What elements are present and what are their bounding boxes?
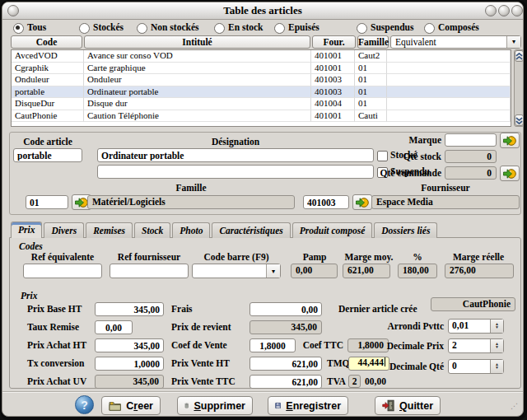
enregistrer-label: Enregistrer bbox=[286, 400, 341, 412]
radio-tous-label: Tous bbox=[27, 22, 46, 32]
prix-vente-ttc-label: Prix Vente TTC bbox=[171, 376, 236, 386]
tab-dossiers-lies[interactable]: Dossiers liés bbox=[374, 222, 437, 238]
tab-photo[interactable]: Photo bbox=[172, 222, 210, 238]
cell-famille: Caut2 bbox=[355, 50, 387, 63]
quitter-label: Quitter bbox=[399, 400, 433, 412]
radio-en-stock[interactable] bbox=[214, 23, 225, 34]
radio-stockes[interactable] bbox=[79, 23, 90, 34]
creer-label: Creer bbox=[126, 400, 153, 412]
designation-label: Désignation bbox=[97, 137, 374, 147]
tab-stock[interactable]: Stock bbox=[134, 222, 170, 238]
column-header-four[interactable]: Four. bbox=[312, 35, 356, 49]
lookup-icon bbox=[356, 197, 369, 208]
maximize-button[interactable] bbox=[498, 5, 510, 16]
tva-code-box[interactable]: 2 bbox=[348, 375, 361, 388]
fournisseur-code-input[interactable] bbox=[303, 195, 349, 209]
column-header-famille[interactable]: Famille bbox=[357, 35, 389, 49]
pamp-value: 0,00 bbox=[291, 264, 338, 278]
table-row-selected[interactable]: portable Ordinateur portable 401003 01 bbox=[12, 86, 511, 99]
table-row[interactable]: DisqueDur Disque dur 401004 01 bbox=[12, 98, 511, 110]
cell-code: Onduleur bbox=[12, 74, 84, 86]
prix-achat-ht-label: Prix Achat HT bbox=[27, 340, 86, 350]
cell-code: DisqueDur bbox=[12, 98, 84, 110]
scrollbar-track[interactable] bbox=[514, 49, 524, 127]
radio-composes[interactable] bbox=[424, 23, 435, 34]
chevron-down-icon[interactable]: ▾ bbox=[506, 36, 520, 48]
footer-separator bbox=[2, 391, 523, 393]
new-folder-icon bbox=[109, 400, 121, 411]
tab-remises[interactable]: Remises bbox=[86, 222, 133, 238]
radio-suspendus[interactable] bbox=[357, 23, 367, 34]
column-header-intitule[interactable]: Intitulé bbox=[84, 35, 310, 49]
radio-composes-label: Composés bbox=[438, 22, 479, 32]
fournisseur-label: Fournisseur bbox=[371, 183, 520, 193]
close-button[interactable] bbox=[511, 5, 523, 16]
spinner-up-down-icon[interactable]: ▲▼ bbox=[490, 320, 503, 333]
cell-equivalent bbox=[387, 74, 511, 86]
radio-tous[interactable] bbox=[13, 23, 24, 34]
column-header-code[interactable]: Code bbox=[11, 35, 82, 49]
exit-door-icon bbox=[382, 399, 394, 412]
table-row[interactable]: Onduleur Onduleur 401003 01 bbox=[12, 74, 511, 86]
supprimer-button[interactable]: Supprimer bbox=[177, 396, 253, 415]
tx-conversion-input[interactable] bbox=[95, 357, 164, 371]
minimize-button[interactable] bbox=[485, 5, 497, 16]
designation2-input[interactable] bbox=[97, 165, 374, 179]
ref-fournisseur-input[interactable] bbox=[110, 264, 189, 278]
spinner-up-down-icon[interactable]: ▲▼ bbox=[490, 339, 503, 352]
coef-de-vente-input[interactable] bbox=[250, 338, 296, 352]
prix-vente-ht-input[interactable] bbox=[250, 357, 322, 371]
radio-en-stock-label: En stock bbox=[228, 22, 264, 32]
ref-equivalente-input[interactable] bbox=[23, 264, 102, 278]
resize-grip[interactable]: ⋰ bbox=[511, 403, 519, 411]
pct-value: 180,00 bbox=[398, 264, 437, 278]
scroll-down-button[interactable] bbox=[515, 114, 524, 126]
column-header-equivalent-combobox[interactable]: Equivalent ▾ bbox=[390, 35, 521, 49]
prix-achat-ht-input[interactable] bbox=[95, 338, 164, 352]
creer-button[interactable]: Creer bbox=[101, 396, 161, 415]
quitter-button[interactable]: Quitter bbox=[375, 396, 441, 415]
double-chevron-down-icon bbox=[515, 117, 523, 124]
marque-lookup-button[interactable] bbox=[500, 133, 520, 148]
radio-non-stockes-label: Non stockés bbox=[151, 22, 198, 32]
cell-code: CautPhonie bbox=[12, 110, 84, 123]
supprimer-label: Supprimer bbox=[194, 400, 245, 412]
decimale-prix-value: 2 bbox=[449, 339, 490, 352]
frais-input[interactable] bbox=[250, 302, 322, 316]
decimale-qte-spinner[interactable]: 0▲▼ bbox=[448, 359, 504, 374]
code-article-input[interactable] bbox=[13, 148, 82, 162]
radio-dot bbox=[16, 26, 20, 30]
code-barre-combobox[interactable]: ▾ bbox=[192, 264, 281, 278]
table-row[interactable]: CautPhonie Caution Téléphonie 401001 Cau… bbox=[12, 110, 511, 123]
app-window: Table des articles Tous Stockés Non stoc… bbox=[2, 2, 524, 417]
titlebar[interactable]: Table des articles bbox=[2, 2, 523, 20]
help-button[interactable]: ? bbox=[75, 395, 94, 414]
radio-stockes-label: Stockés bbox=[93, 22, 124, 32]
scroll-up-button[interactable] bbox=[515, 50, 524, 62]
tab-caracteristiques[interactable]: Caractéristiques bbox=[212, 222, 290, 238]
prix-vente-ht-label: Prix Vente HT bbox=[171, 358, 230, 368]
taux-remise-input[interactable] bbox=[95, 320, 133, 334]
table-row[interactable]: AvcedVOD Avance sur conso VOD 401001 Cau… bbox=[12, 50, 511, 63]
radio-epuises[interactable] bbox=[274, 23, 285, 34]
chevron-down-icon[interactable]: ▾ bbox=[266, 264, 280, 278]
decimale-prix-spinner[interactable]: 2▲▼ bbox=[448, 338, 504, 353]
fournisseur-lookup-button[interactable] bbox=[352, 194, 372, 210]
enregistrer-button[interactable]: Enregistrer bbox=[268, 396, 348, 415]
table-row[interactable]: Cgraphik Carte graphique 401001 01 bbox=[12, 63, 511, 75]
window-title: Table des articles bbox=[2, 4, 523, 17]
window-frame: Table des articles Tous Stockés Non stoc… bbox=[0, 0, 527, 420]
prix-vente-ttc-input[interactable] bbox=[250, 375, 322, 389]
designation-input[interactable] bbox=[97, 148, 374, 162]
tab-prix[interactable]: Prix bbox=[11, 222, 42, 238]
arrondi-pvttc-spinner[interactable]: 0,01▲▼ bbox=[448, 319, 504, 334]
cell-intitule: Onduleur bbox=[84, 74, 311, 86]
qte-commande-lookup-button[interactable] bbox=[500, 166, 520, 181]
tab-divers[interactable]: Divers bbox=[44, 222, 84, 238]
marque-input[interactable] bbox=[445, 133, 497, 147]
tab-produit-compose[interactable]: Produit composé bbox=[292, 222, 373, 238]
prix-base-ht-input[interactable] bbox=[95, 302, 164, 316]
radio-non-stockes[interactable] bbox=[137, 23, 147, 34]
spinner-up-down-icon[interactable]: ▲▼ bbox=[490, 360, 503, 373]
famille-code-input[interactable] bbox=[26, 195, 68, 209]
